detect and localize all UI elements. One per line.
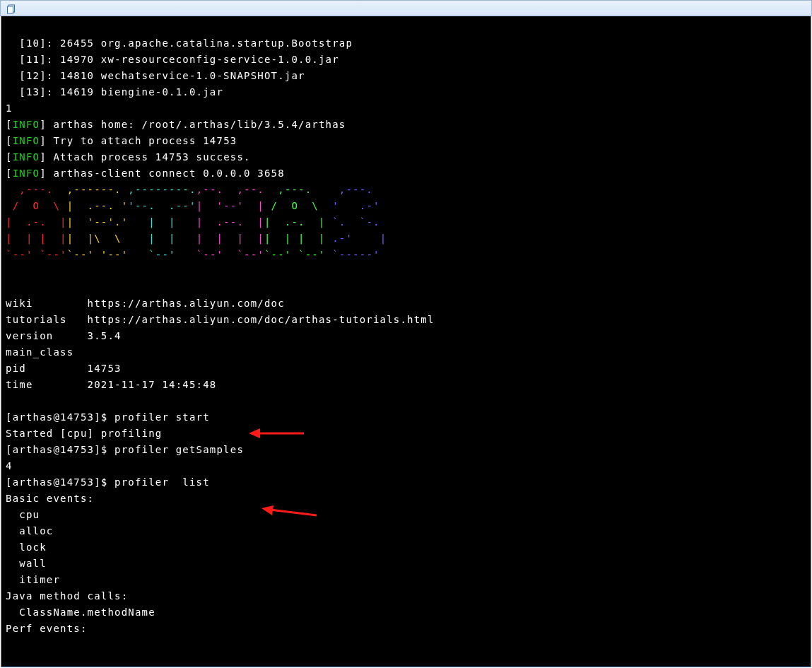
info-line: [INFO] arthas-client connect 0.0.0.0 365… [6, 168, 285, 179]
process-line: [10]: 26455 org.apache.catalina.startup.… [6, 37, 353, 49]
window-titlebar [0, 0, 812, 16]
shell-command: profiler start [114, 411, 210, 423]
svg-rect-1 [8, 6, 13, 13]
info-line: [INFO] arthas home: /root/.arthas/lib/3.… [6, 119, 346, 130]
process-line: [11]: 14970 xw-resourceconfig-service-1.… [6, 54, 339, 65]
meta-row: time 2021-11-17 14:45:48 [6, 379, 217, 390]
shell-output-line: lock [6, 541, 47, 553]
shell-command: profiler getSamples [114, 444, 244, 455]
ascii-banner-row: | .-. || '--'.' | | | .--. || .-. | `. `… [6, 216, 387, 228]
shell-output-line: Basic events: [6, 493, 94, 504]
meta-row: pid 14753 [6, 363, 122, 374]
meta-row: main_class [6, 346, 88, 358]
ascii-banner-row: `--' `--'`--' '--' `--' `--' `--'`--' `-… [6, 249, 387, 260]
ascii-banner-row: / O \ | .--. ''--. .--'| '--' | / O \ ' … [6, 200, 387, 211]
shell-output-line: wall [6, 558, 47, 569]
meta-row: wiki https://arthas.aliyun.com/doc [6, 298, 285, 309]
meta-row: tutorials https://arthas.aliyun.com/doc/… [6, 314, 435, 325]
shell-output-line: 4 [6, 460, 13, 471]
shell-output-line: cpu [6, 509, 40, 520]
info-line: [INFO] Attach process 14753 success. [6, 151, 251, 163]
terminal-output[interactable]: [10]: 26455 org.apache.catalina.startup.… [1, 16, 811, 667]
shell-prompt: [arthas@14753]$ [6, 444, 114, 455]
shell-output-line: Started [cpu] profiling [6, 428, 162, 439]
shell-output-line: Java method calls: [6, 590, 128, 602]
shell-output-line: ClassName.methodName [6, 607, 155, 618]
meta-row: version 3.5.4 [6, 330, 122, 341]
process-line: [13]: 14619 biengine-0.1.0.jar [6, 86, 223, 98]
copy-icon[interactable] [6, 4, 16, 13]
user-input-choice: 1 [6, 102, 13, 114]
shell-output-line: alloc [6, 525, 53, 537]
ascii-banner-row: | | | || |\ \ | | | | | || | | | .-' | [6, 233, 387, 244]
ascii-banner-row: ,---. ,------. ,--------.,--. ,--. ,---.… [6, 184, 387, 195]
shell-output-line: Perf events: [6, 623, 88, 634]
process-line: [12]: 14810 wechatservice-1.0-SNAPSHOT.j… [6, 70, 305, 81]
info-line: [INFO] Try to attach process 14753 [6, 135, 237, 146]
shell-command: profiler list [114, 476, 210, 488]
shell-output-line: itimer [6, 574, 60, 585]
shell-prompt: [arthas@14753]$ [6, 476, 114, 488]
shell-prompt: [arthas@14753]$ [6, 411, 114, 423]
